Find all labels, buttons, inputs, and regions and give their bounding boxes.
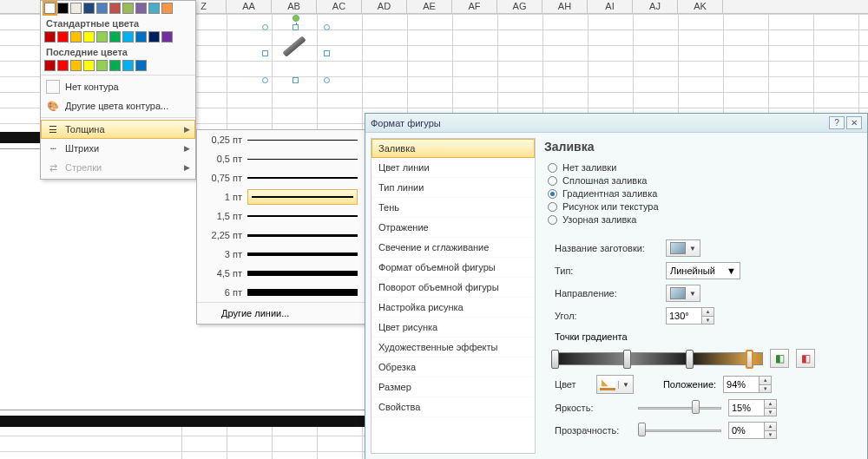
column-header[interactable]: AK xyxy=(678,0,723,13)
color-swatch[interactable] xyxy=(44,60,56,71)
selected-shape[interactable] xyxy=(266,28,326,80)
angle-spinner[interactable]: ▲▼ xyxy=(666,307,714,325)
column-header[interactable]: AA xyxy=(227,0,272,13)
category-item[interactable]: Свойства xyxy=(372,397,535,417)
thickness-option[interactable]: 0,5 пт xyxy=(197,149,365,168)
color-swatch[interactable] xyxy=(96,3,108,14)
category-item[interactable]: Цвет линии xyxy=(372,158,535,178)
color-swatch[interactable] xyxy=(70,60,82,71)
category-item[interactable]: Отражение xyxy=(372,218,535,238)
thickness-option[interactable]: 0,75 пт xyxy=(197,168,365,187)
standard-swatches[interactable] xyxy=(41,30,195,44)
add-stop-button[interactable]: ◧ xyxy=(770,349,789,368)
column-header[interactable]: AJ xyxy=(633,0,678,13)
color-swatch[interactable] xyxy=(70,31,82,43)
fill-radio[interactable]: Рисунок или текстура xyxy=(548,201,857,212)
remove-stop-button[interactable]: ◧ xyxy=(796,349,815,368)
no-outline-icon xyxy=(46,80,60,94)
color-swatch[interactable] xyxy=(57,31,69,43)
color-swatch[interactable] xyxy=(122,3,134,14)
gradient-track[interactable] xyxy=(555,352,763,365)
dialog-titlebar[interactable]: Формат фигуры ? ✕ xyxy=(365,114,867,133)
theme-swatches[interactable] xyxy=(41,1,195,16)
column-header[interactable]: AE xyxy=(407,0,452,13)
column-header[interactable]: AB xyxy=(272,0,317,13)
position-spinner[interactable]: ▲▼ xyxy=(723,376,772,393)
category-item[interactable]: Художественные эффекты xyxy=(372,338,535,357)
category-item[interactable]: Цвет рисунка xyxy=(372,318,535,338)
category-item[interactable]: Размер xyxy=(372,377,535,397)
color-swatch[interactable] xyxy=(122,31,134,43)
category-item[interactable]: Тень xyxy=(372,198,535,218)
column-header[interactable]: AD xyxy=(362,0,407,13)
color-swatch[interactable] xyxy=(109,60,121,71)
column-header[interactable]: AG xyxy=(497,0,542,13)
fill-radio[interactable]: Градиентная заливка xyxy=(548,188,857,199)
color-swatch[interactable] xyxy=(109,31,121,43)
more-outline-colors-item[interactable]: 🎨 Другие цвета контура... xyxy=(41,96,195,115)
type-dropdown[interactable]: Линейный▼ xyxy=(666,262,740,279)
thickness-option[interactable]: 1,5 пт xyxy=(197,207,365,226)
help-button[interactable]: ? xyxy=(829,116,845,129)
brightness-slider[interactable] xyxy=(638,400,721,416)
close-button[interactable]: ✕ xyxy=(846,116,862,129)
thickness-option[interactable]: 1 пт xyxy=(197,187,365,207)
fill-radio[interactable]: Узорная заливка xyxy=(548,214,857,225)
category-item[interactable]: Свечение и сглаживание xyxy=(372,238,535,258)
dashes-icon: ┄ xyxy=(46,141,60,155)
transparency-spinner[interactable]: ▲▼ xyxy=(728,422,777,439)
color-swatch[interactable] xyxy=(148,31,160,43)
category-item[interactable]: Формат объемной фигуры xyxy=(372,258,535,278)
thickness-option[interactable]: 2,25 пт xyxy=(197,226,365,245)
category-item[interactable]: Обрезка xyxy=(372,357,535,377)
color-swatch[interactable] xyxy=(83,3,95,14)
color-swatch[interactable] xyxy=(135,60,147,71)
preset-dropdown[interactable]: ▼ xyxy=(666,239,700,257)
color-swatch[interactable] xyxy=(44,3,56,14)
color-swatch[interactable] xyxy=(109,3,121,14)
recent-swatches[interactable] xyxy=(41,58,195,73)
color-swatch[interactable] xyxy=(57,3,69,14)
thickness-option[interactable]: 4,5 пт xyxy=(197,264,365,283)
brightness-spinner[interactable]: ▲▼ xyxy=(728,399,777,416)
color-swatch[interactable] xyxy=(122,60,134,71)
thickness-item[interactable]: ☰ Толщина ▶ xyxy=(41,120,195,139)
thickness-option[interactable]: 3 пт xyxy=(197,245,365,264)
color-swatch[interactable] xyxy=(83,60,95,71)
color-dropdown[interactable]: ▼ xyxy=(596,375,634,394)
dashes-item[interactable]: ┄ Штрихи ▶ xyxy=(41,139,195,158)
fill-radio[interactable]: Нет заливки xyxy=(548,162,857,173)
rotate-handle[interactable] xyxy=(293,15,299,22)
color-swatch[interactable] xyxy=(148,3,160,14)
color-swatch[interactable] xyxy=(96,60,108,71)
category-item[interactable]: Заливка xyxy=(372,139,535,158)
color-swatch[interactable] xyxy=(83,31,95,43)
gradient-stop[interactable] xyxy=(746,350,753,369)
transparency-slider[interactable] xyxy=(638,423,721,438)
color-swatch[interactable] xyxy=(57,60,69,71)
gradient-stop[interactable] xyxy=(686,350,694,369)
color-swatch[interactable] xyxy=(70,3,82,14)
color-swatch[interactable] xyxy=(135,31,147,43)
color-swatch[interactable] xyxy=(161,31,173,43)
more-lines-item[interactable]: Другие линии... xyxy=(197,302,365,324)
category-item[interactable]: Настройка рисунка xyxy=(372,298,535,318)
color-swatch[interactable] xyxy=(96,31,108,43)
column-header[interactable]: AH xyxy=(542,0,588,13)
thickness-option[interactable]: 0,25 пт xyxy=(197,130,365,149)
column-header[interactable]: AI xyxy=(588,0,633,13)
category-list[interactable]: ЗаливкаЦвет линииТип линииТеньОтражениеС… xyxy=(371,138,536,454)
category-item[interactable]: Тип линии xyxy=(372,178,535,198)
thickness-option[interactable]: 6 пт xyxy=(197,283,365,302)
color-swatch[interactable] xyxy=(135,3,147,14)
column-header[interactable]: AC xyxy=(317,0,362,13)
fill-radio[interactable]: Сплошная заливка xyxy=(548,175,857,186)
gradient-stop[interactable] xyxy=(551,350,559,369)
no-outline-item[interactable]: Нет контура xyxy=(41,77,195,96)
color-swatch[interactable] xyxy=(44,31,56,43)
color-swatch[interactable] xyxy=(161,3,173,14)
column-header[interactable]: AF xyxy=(452,0,497,13)
category-item[interactable]: Поворот объемной фигуры xyxy=(372,278,535,298)
gradient-stop[interactable] xyxy=(623,350,631,369)
direction-dropdown[interactable]: ▼ xyxy=(666,285,700,302)
